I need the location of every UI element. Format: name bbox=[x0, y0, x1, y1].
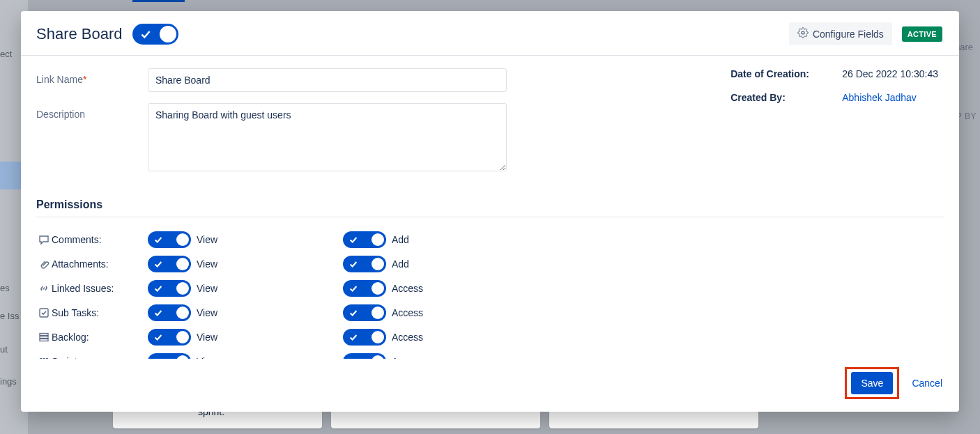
created-by-label: Created By: bbox=[730, 92, 842, 103]
permission-toggle-c2[interactable] bbox=[343, 329, 386, 346]
backlog-icon bbox=[36, 332, 52, 343]
check-icon bbox=[153, 332, 163, 342]
link-icon bbox=[36, 283, 52, 294]
check-icon bbox=[139, 28, 152, 40]
share-board-modal: Share Board Configure Fields ACTIVE Link… bbox=[21, 11, 959, 412]
check-icon bbox=[349, 235, 358, 245]
date-of-creation-label: Date of Creation: bbox=[730, 68, 842, 79]
permission-c1-label: View bbox=[197, 332, 343, 343]
created-by-link[interactable]: Abhishek Jadhav bbox=[842, 92, 917, 103]
link-name-input[interactable] bbox=[148, 68, 507, 92]
required-mark: * bbox=[83, 74, 86, 85]
save-highlight-box: Save bbox=[845, 367, 899, 399]
modal-title: Share Board bbox=[36, 25, 123, 43]
active-badge: ACTIVE bbox=[902, 26, 942, 42]
cancel-link[interactable]: Cancel bbox=[912, 378, 942, 389]
modal-header: Share Board Configure Fields ACTIVE bbox=[21, 11, 959, 56]
check-icon bbox=[349, 357, 358, 359]
attachment-icon bbox=[36, 258, 52, 270]
permission-name: Backlog: bbox=[52, 332, 148, 343]
permission-c1-label: View bbox=[197, 356, 343, 359]
permission-toggle-c1[interactable] bbox=[148, 231, 191, 248]
permission-toggle-c2[interactable] bbox=[343, 280, 386, 297]
configure-fields-button[interactable]: Configure Fields bbox=[789, 22, 892, 45]
check-icon bbox=[153, 259, 163, 269]
permissions-heading: Permissions bbox=[36, 199, 944, 211]
bg-text: ings bbox=[0, 376, 17, 387]
configure-fields-label: Configure Fields bbox=[813, 29, 884, 40]
divider bbox=[36, 217, 944, 217]
check-icon bbox=[349, 284, 358, 293]
check-icon bbox=[349, 259, 358, 269]
check-icon bbox=[349, 332, 358, 342]
bg-text: ut bbox=[0, 344, 8, 355]
permission-c1-label: View bbox=[197, 283, 343, 294]
link-name-label: Link Name bbox=[36, 74, 83, 85]
bg-text: es bbox=[0, 283, 10, 293]
permission-name: Attachments: bbox=[52, 258, 148, 270]
permission-toggle-c1[interactable] bbox=[148, 353, 191, 359]
comment-icon bbox=[36, 234, 52, 245]
gear-icon bbox=[797, 27, 809, 40]
permission-c2-label: Access bbox=[392, 307, 423, 318]
svg-point-0 bbox=[802, 31, 804, 34]
check-icon bbox=[153, 357, 163, 359]
share-enabled-toggle[interactable] bbox=[132, 24, 178, 45]
permission-c1-label: View bbox=[197, 307, 343, 318]
permission-c2-label: Access bbox=[392, 332, 423, 343]
check-icon bbox=[153, 235, 163, 245]
permission-row: Sprint:ViewAccess bbox=[36, 349, 944, 359]
description-input[interactable]: Sharing Board with guest users bbox=[148, 103, 507, 171]
permission-row: Backlog:ViewAccess bbox=[36, 325, 944, 349]
bg-text: e Iss bbox=[0, 311, 19, 321]
permission-toggle-c1[interactable] bbox=[148, 329, 191, 346]
bg-text: ect bbox=[0, 49, 12, 59]
permission-c2-label: Add bbox=[392, 258, 409, 270]
permission-toggle-c2[interactable] bbox=[343, 353, 386, 359]
permission-row: Linked Issues:ViewAccess bbox=[36, 276, 944, 300]
save-button[interactable]: Save bbox=[851, 372, 893, 394]
permission-toggle-c2[interactable] bbox=[343, 231, 386, 248]
permission-c1-label: View bbox=[197, 258, 343, 270]
permission-row: Attachments:ViewAdd bbox=[36, 251, 944, 276]
sprint-icon bbox=[36, 356, 52, 359]
modal-footer: Save Cancel bbox=[21, 359, 959, 412]
permission-name: Linked Issues: bbox=[52, 283, 148, 294]
permission-c2-label: Access bbox=[392, 356, 423, 359]
permission-c1-label: View bbox=[197, 234, 343, 245]
permission-name: Sub Tasks: bbox=[52, 307, 148, 318]
description-label: Description bbox=[36, 109, 85, 120]
check-icon bbox=[153, 284, 163, 293]
check-icon bbox=[349, 308, 358, 318]
modal-body[interactable]: Link Name* Description Sharing Board wit… bbox=[21, 56, 959, 359]
permission-toggle-c2[interactable] bbox=[343, 304, 386, 321]
permission-row: Sub Tasks:ViewAccess bbox=[36, 300, 944, 325]
permission-row: Comments:ViewAdd bbox=[36, 227, 944, 251]
permission-toggle-c1[interactable] bbox=[148, 304, 191, 321]
permission-toggle-c1[interactable] bbox=[148, 280, 191, 297]
permission-c2-label: Add bbox=[392, 234, 409, 245]
subtask-icon bbox=[36, 307, 52, 318]
permission-name: Comments: bbox=[52, 234, 148, 245]
permission-name: Sprint: bbox=[52, 356, 148, 359]
permission-toggle-c1[interactable] bbox=[148, 256, 191, 272]
check-icon bbox=[153, 308, 163, 318]
permission-toggle-c2[interactable] bbox=[343, 256, 386, 272]
date-of-creation-value: 26 Dec 2022 10:30:43 bbox=[842, 68, 938, 79]
permission-c2-label: Access bbox=[392, 283, 423, 294]
